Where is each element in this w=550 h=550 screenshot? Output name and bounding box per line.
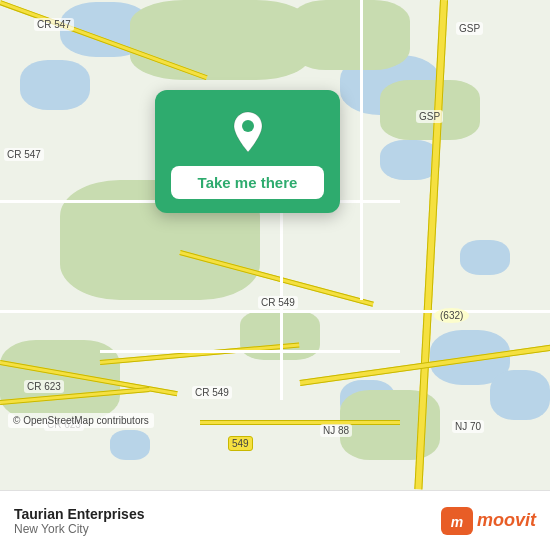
svg-text:m: m xyxy=(451,514,463,530)
green-1 xyxy=(130,0,310,80)
label-cr623-1: CR 623 xyxy=(24,380,64,393)
label-nj88: NJ 88 xyxy=(320,424,352,437)
label-549: 549 xyxy=(228,436,253,451)
location-name: Taurian Enterprises xyxy=(14,506,144,522)
nj88-road xyxy=(200,420,400,425)
moovit-logo: m moovit xyxy=(441,507,536,535)
take-me-there-button[interactable]: Take me there xyxy=(171,166,324,199)
label-cr549-bot: CR 549 xyxy=(192,386,232,399)
location-info: Taurian Enterprises New York City xyxy=(14,506,144,536)
moovit-icon: m xyxy=(441,507,473,535)
location-pin-icon xyxy=(224,108,272,156)
water-7 xyxy=(490,370,550,420)
green-2 xyxy=(290,0,410,70)
label-632: (632) xyxy=(434,308,469,323)
moovit-text: moovit xyxy=(477,510,536,531)
map-attribution: © OpenStreetMap contributors xyxy=(8,413,154,428)
label-gsp-mid: GSP xyxy=(416,110,443,123)
local-road-2 xyxy=(100,350,400,353)
map-container: CR 547 CR 547 GSP GSP CR 549 CR 549 CR 6… xyxy=(0,0,550,490)
label-cr549-mid: CR 549 xyxy=(258,296,298,309)
svg-point-0 xyxy=(242,120,254,132)
bottom-bar: Taurian Enterprises New York City m moov… xyxy=(0,490,550,550)
local-road-4 xyxy=(360,0,363,300)
label-nj70: NJ 70 xyxy=(452,420,484,433)
location-city: New York City xyxy=(14,522,144,536)
label-cr547-left: CR 547 xyxy=(4,148,44,161)
water-9 xyxy=(460,240,510,275)
popup-card: Take me there xyxy=(155,90,340,213)
label-cr547-top: CR 547 xyxy=(34,18,74,31)
water-2 xyxy=(20,60,90,110)
water-10 xyxy=(110,430,150,460)
label-gsp-top: GSP xyxy=(456,22,483,35)
